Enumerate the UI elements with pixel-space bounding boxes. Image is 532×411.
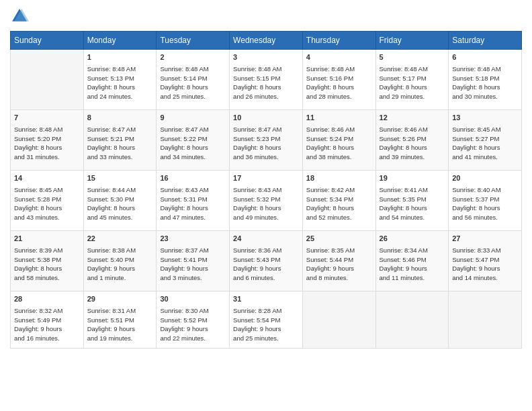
calendar-week-row: 28Sunrise: 8:32 AMSunset: 5:49 PMDayligh… — [11, 291, 522, 349]
cell-content-line: Sunrise: 8:48 AM — [14, 125, 80, 134]
cell-content-line: Sunset: 5:34 PM — [306, 195, 372, 204]
header — [10, 7, 522, 26]
calendar-cell: 21Sunrise: 8:39 AMSunset: 5:38 PMDayligh… — [11, 231, 84, 291]
cell-content-line: Sunset: 5:21 PM — [87, 134, 153, 144]
day-number: 30 — [160, 294, 226, 305]
day-number: 25 — [306, 234, 372, 244]
cell-content-line: Sunset: 5:30 PM — [87, 195, 153, 204]
cell-content-line: Daylight: 8 hours — [380, 143, 445, 152]
cell-content-line: Daylight: 8 hours — [87, 143, 153, 152]
day-number: 3 — [233, 52, 299, 63]
day-number: 2 — [160, 52, 226, 63]
calendar-cell: 25Sunrise: 8:35 AMSunset: 5:44 PMDayligh… — [302, 231, 375, 291]
day-number: 10 — [233, 113, 299, 124]
cell-content-line: Sunset: 5:47 PM — [452, 255, 518, 265]
calendar-cell: 8Sunrise: 8:47 AMSunset: 5:21 PMDaylight… — [83, 110, 157, 171]
cell-content-line: and 14 minutes. — [452, 273, 518, 283]
cell-content-line: Sunrise: 8:45 AM — [452, 125, 518, 134]
cell-content-line: and 24 minutes. — [87, 92, 153, 101]
cell-content-line: Sunrise: 8:48 AM — [233, 64, 299, 74]
cell-content-line: Daylight: 9 hours — [306, 264, 372, 273]
cell-content-line: Daylight: 8 hours — [452, 143, 518, 152]
day-number: 14 — [14, 173, 80, 184]
cell-content-line: Daylight: 8 hours — [14, 264, 80, 273]
day-number: 4 — [306, 52, 372, 63]
cell-content-line: Sunrise: 8:38 AM — [87, 246, 153, 255]
cell-content-line: Sunrise: 8:41 AM — [380, 185, 445, 195]
calendar-cell: 18Sunrise: 8:42 AMSunset: 5:34 PMDayligh… — [302, 171, 375, 231]
cell-content-line: Sunrise: 8:40 AM — [452, 185, 518, 195]
cell-content-line: Sunrise: 8:48 AM — [160, 64, 226, 74]
day-number: 19 — [380, 173, 445, 184]
cell-content-line: Daylight: 8 hours — [160, 203, 226, 213]
cell-content-line: Daylight: 8 hours — [233, 83, 299, 92]
cell-content-line: Sunrise: 8:36 AM — [233, 246, 299, 255]
calendar-cell — [302, 291, 375, 349]
cell-content-line: Daylight: 8 hours — [14, 203, 80, 213]
cell-content-line: Daylight: 8 hours — [87, 203, 153, 213]
cell-content-line: Sunset: 5:51 PM — [87, 316, 153, 325]
cell-content-line: and 58 minutes. — [14, 273, 80, 283]
cell-content-line: and 29 minutes. — [380, 92, 445, 101]
cell-content-line: Sunset: 5:52 PM — [160, 316, 226, 325]
cell-content-line: Sunset: 5:17 PM — [380, 74, 445, 83]
cell-content-line: Daylight: 9 hours — [233, 264, 299, 273]
calendar-cell: 20Sunrise: 8:40 AMSunset: 5:37 PMDayligh… — [449, 171, 522, 231]
cell-content-line: and 41 minutes. — [452, 152, 518, 162]
cell-content-line: Sunset: 5:26 PM — [380, 134, 445, 144]
calendar-cell: 1Sunrise: 8:48 AMSunset: 5:13 PMDaylight… — [83, 50, 157, 110]
cell-content-line: Sunrise: 8:45 AM — [14, 185, 80, 195]
cell-content-line: Daylight: 9 hours — [452, 264, 518, 273]
cell-content-line: and 52 minutes. — [306, 213, 372, 222]
cell-content-line: Sunset: 5:38 PM — [14, 255, 80, 265]
cell-content-line: Sunset: 5:23 PM — [233, 134, 299, 144]
calendar-week-row: 1Sunrise: 8:48 AMSunset: 5:13 PMDaylight… — [11, 50, 522, 110]
calendar-table: SundayMondayTuesdayWednesdayThursdayFrid… — [10, 31, 522, 349]
day-header-saturday: Saturday — [449, 32, 522, 50]
cell-content-line: Sunrise: 8:31 AM — [87, 306, 153, 316]
cell-content-line: Sunrise: 8:47 AM — [87, 125, 153, 134]
cell-content-line: and 30 minutes. — [452, 92, 518, 101]
cell-content-line: and 11 minutes. — [380, 273, 445, 283]
day-number: 11 — [306, 113, 372, 124]
day-header-friday: Friday — [375, 32, 449, 50]
cell-content-line: and 33 minutes. — [87, 152, 153, 162]
cell-content-line: Sunrise: 8:47 AM — [233, 125, 299, 134]
cell-content-line: and 34 minutes. — [160, 152, 226, 162]
day-number: 26 — [380, 234, 445, 244]
cell-content-line: Daylight: 8 hours — [14, 143, 80, 152]
day-number: 22 — [87, 234, 153, 244]
cell-content-line: Sunrise: 8:47 AM — [160, 125, 226, 134]
calendar-cell: 27Sunrise: 8:33 AMSunset: 5:47 PMDayligh… — [449, 231, 522, 291]
cell-content-line: Daylight: 8 hours — [160, 83, 226, 92]
calendar-cell: 28Sunrise: 8:32 AMSunset: 5:49 PMDayligh… — [11, 291, 84, 349]
cell-content-line: and 3 minutes. — [160, 273, 226, 283]
calendar-cell: 9Sunrise: 8:47 AMSunset: 5:22 PMDaylight… — [157, 110, 230, 171]
day-header-wednesday: Wednesday — [230, 32, 303, 50]
cell-content-line: Sunrise: 8:46 AM — [306, 125, 372, 134]
cell-content-line: Daylight: 9 hours — [160, 264, 226, 273]
calendar-cell: 10Sunrise: 8:47 AMSunset: 5:23 PMDayligh… — [230, 110, 303, 171]
cell-content-line: Sunrise: 8:35 AM — [306, 246, 372, 255]
calendar-week-row: 21Sunrise: 8:39 AMSunset: 5:38 PMDayligh… — [11, 231, 522, 291]
cell-content-line: Sunset: 5:31 PM — [160, 195, 226, 204]
cell-content-line: and 8 minutes. — [306, 273, 372, 283]
cell-content-line: Daylight: 8 hours — [380, 203, 445, 213]
calendar-cell: 12Sunrise: 8:46 AMSunset: 5:26 PMDayligh… — [375, 110, 449, 171]
cell-content-line: and 47 minutes. — [160, 213, 226, 222]
calendar-cell: 6Sunrise: 8:48 AMSunset: 5:18 PMDaylight… — [449, 50, 522, 110]
calendar-header-row: SundayMondayTuesdayWednesdayThursdayFrid… — [11, 32, 522, 50]
cell-content-line: Sunrise: 8:48 AM — [306, 64, 372, 74]
cell-content-line: Daylight: 8 hours — [160, 143, 226, 152]
cell-content-line: Sunset: 5:27 PM — [452, 134, 518, 144]
cell-content-line: Sunrise: 8:44 AM — [87, 185, 153, 195]
calendar-cell: 22Sunrise: 8:38 AMSunset: 5:40 PMDayligh… — [83, 231, 157, 291]
calendar-cell: 19Sunrise: 8:41 AMSunset: 5:35 PMDayligh… — [375, 171, 449, 231]
cell-content-line: Sunset: 5:24 PM — [306, 134, 372, 144]
cell-content-line: Sunset: 5:40 PM — [87, 255, 153, 265]
day-number: 9 — [160, 113, 226, 124]
cell-content-line: Sunset: 5:14 PM — [160, 74, 226, 83]
cell-content-line: Sunset: 5:15 PM — [233, 74, 299, 83]
calendar-week-row: 7Sunrise: 8:48 AMSunset: 5:20 PMDaylight… — [11, 110, 522, 171]
cell-content-line: and 49 minutes. — [233, 213, 299, 222]
